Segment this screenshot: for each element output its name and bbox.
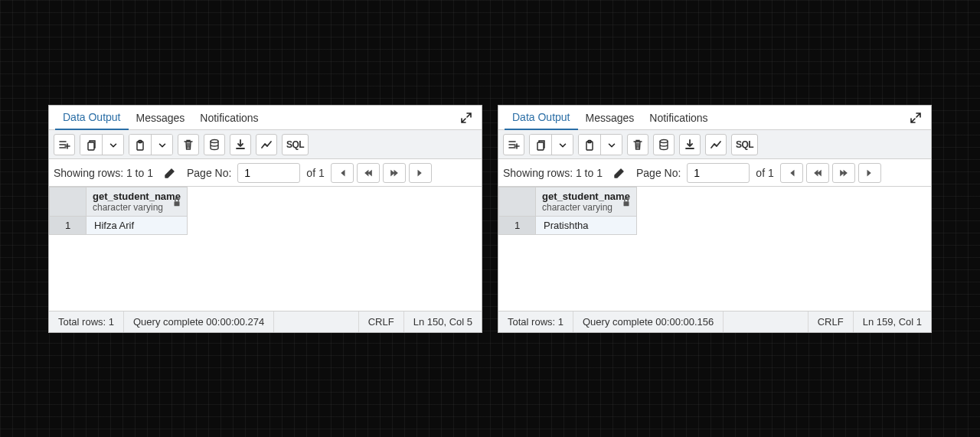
graph-button[interactable]	[256, 134, 277, 155]
page-number-input[interactable]	[237, 163, 300, 183]
delete-button[interactable]	[627, 134, 648, 155]
first-page-button[interactable]	[331, 163, 354, 183]
copy-dropdown[interactable]	[102, 135, 123, 155]
column-type: character varying	[542, 202, 630, 213]
status-total-rows: Total rows: 1	[498, 311, 573, 332]
tabs-row: Data Output Messages Notifications	[498, 106, 931, 130]
pencil-icon	[613, 167, 626, 179]
table-row[interactable]: 1 Pratishtha	[499, 217, 637, 235]
status-query-time: Query complete 00:00:00.274	[124, 311, 274, 332]
result-grid[interactable]: get_student_name character varying 1 Hif…	[49, 187, 482, 311]
copy-group	[529, 134, 573, 155]
lock-icon	[621, 197, 632, 207]
graph-button[interactable]	[705, 134, 727, 155]
edit-rows-button[interactable]	[609, 162, 630, 184]
cell-value[interactable]: Hifza Arif	[87, 217, 188, 235]
result-grid[interactable]: get_student_name character varying 1 Pra…	[498, 187, 931, 311]
trash-icon	[632, 139, 644, 151]
copy-icon	[85, 139, 97, 152]
page-no-label: Page No:	[636, 167, 681, 179]
result-panel-left: Data Output Messages Notifications SQL S…	[48, 105, 482, 333]
database-icon	[208, 139, 220, 151]
last-page-button[interactable]	[409, 163, 432, 183]
add-row-button[interactable]	[54, 134, 75, 155]
prev-page-button[interactable]	[806, 163, 829, 183]
page-number-input[interactable]	[687, 163, 750, 183]
last-page-button[interactable]	[858, 163, 881, 183]
tab-messages[interactable]: Messages	[578, 106, 642, 130]
last-icon	[415, 168, 426, 178]
showing-rows-label: Showing rows: 1 to 1	[54, 167, 153, 179]
row-number: 1	[499, 217, 536, 235]
table-row[interactable]: 1 Hifza Arif	[50, 217, 188, 235]
tab-data-output[interactable]: Data Output	[55, 106, 129, 130]
download-icon	[684, 139, 696, 151]
edit-rows-button[interactable]	[159, 162, 181, 184]
status-total-rows: Total rows: 1	[49, 311, 124, 332]
graph-icon	[260, 139, 273, 151]
page-no-label: Page No:	[187, 167, 231, 179]
copy-icon	[534, 139, 547, 152]
sql-button[interactable]: SQL	[282, 134, 309, 155]
graph-icon	[710, 139, 722, 151]
paste-dropdown[interactable]	[151, 135, 172, 155]
add-row-button[interactable]	[503, 134, 524, 155]
pager-row: Showing rows: 1 to 1 Page No: of 1	[498, 159, 931, 187]
column-name: get_student_name	[542, 191, 630, 202]
prev-page-button[interactable]	[357, 163, 380, 183]
first-icon	[337, 168, 348, 178]
tabs-row: Data Output Messages Notifications	[49, 106, 482, 130]
first-page-button[interactable]	[780, 163, 803, 183]
add-row-icon	[508, 139, 520, 151]
download-button[interactable]	[230, 134, 251, 155]
expand-icon	[460, 112, 472, 124]
chevron-down-icon	[157, 140, 168, 151]
column-header[interactable]: get_student_name character varying	[87, 188, 188, 217]
copy-dropdown[interactable]	[551, 135, 573, 155]
paste-dropdown[interactable]	[600, 135, 622, 155]
expand-button[interactable]	[457, 109, 475, 127]
paste-icon	[583, 139, 596, 152]
column-header[interactable]: get_student_name character varying	[536, 188, 637, 217]
status-query-time: Query complete 00:00:00.156	[573, 311, 724, 332]
first-icon	[786, 168, 797, 178]
save-data-button[interactable]	[204, 134, 225, 155]
status-cursor-pos: Ln 159, Col 1	[854, 311, 931, 332]
download-icon	[234, 139, 247, 151]
status-line-ending: CRLF	[359, 311, 404, 332]
paste-icon	[134, 139, 146, 152]
prev-icon	[812, 168, 823, 178]
column-type: character varying	[93, 202, 181, 213]
tab-notifications[interactable]: Notifications	[192, 106, 266, 130]
row-number: 1	[50, 217, 87, 235]
sql-button[interactable]: SQL	[731, 134, 758, 155]
paste-button[interactable]	[129, 135, 151, 155]
chevron-down-icon	[606, 140, 617, 151]
lock-icon	[172, 197, 182, 207]
delete-button[interactable]	[178, 134, 199, 155]
download-button[interactable]	[679, 134, 701, 155]
next-page-button[interactable]	[383, 163, 406, 183]
status-line-ending: CRLF	[808, 311, 854, 332]
chevron-down-icon	[108, 140, 119, 151]
copy-group	[80, 134, 124, 155]
corner-cell	[499, 188, 536, 217]
next-page-button[interactable]	[832, 163, 855, 183]
tab-messages[interactable]: Messages	[129, 106, 193, 130]
save-data-button[interactable]	[653, 134, 675, 155]
copy-button[interactable]	[530, 135, 551, 155]
chevron-down-icon	[557, 140, 568, 151]
column-name: get_student_name	[93, 191, 181, 202]
copy-button[interactable]	[80, 135, 102, 155]
paste-group	[129, 134, 173, 155]
paste-button[interactable]	[579, 135, 600, 155]
next-icon	[389, 168, 400, 178]
page-of-label: of 1	[756, 167, 773, 179]
tab-data-output[interactable]: Data Output	[505, 106, 578, 130]
cell-value[interactable]: Pratishtha	[536, 217, 637, 235]
status-bar: Total rows: 1 Query complete 00:00:00.27…	[49, 311, 482, 332]
database-icon	[658, 139, 670, 151]
corner-cell	[50, 188, 87, 217]
expand-button[interactable]	[906, 109, 925, 127]
tab-notifications[interactable]: Notifications	[642, 106, 715, 130]
